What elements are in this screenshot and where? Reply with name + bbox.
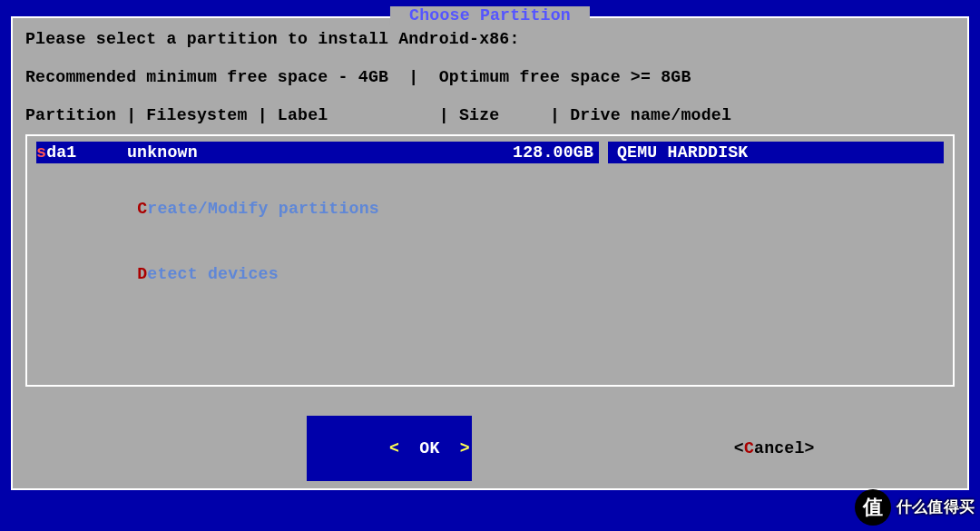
- partition-row-sda1[interactable]: sda1 unknown 128.00GB QEMU HARDDISK: [36, 142, 944, 163]
- partition-list: sda1 unknown 128.00GB QEMU HARDDISK Crea…: [25, 134, 955, 387]
- dialog-title: Choose Partition: [390, 6, 590, 25]
- button-bar: < OK > <Cancel>: [25, 416, 955, 481]
- column-headers: Partition | Filesystem | Label | Size | …: [25, 105, 955, 125]
- partition-size: 128.00GB: [504, 142, 599, 163]
- chevron-left-icon: <: [389, 439, 399, 457]
- cancel-button[interactable]: <Cancel>: [653, 416, 815, 481]
- ok-button[interactable]: < OK >: [307, 416, 472, 481]
- option-create-modify-partitions[interactable]: Create/Modify partitions: [36, 176, 944, 241]
- watermark-text-1: 什么值得买: [897, 499, 975, 516]
- partition-drive: QEMU HARDDISK: [608, 142, 944, 163]
- watermark-badge-icon: 值: [855, 489, 891, 526]
- choose-partition-dialog: Choose Partition Please select a partiti…: [11, 16, 969, 490]
- partition-filesystem: unknown: [127, 142, 504, 163]
- watermark: 值 什么值得买: [855, 489, 975, 526]
- prompt-text: Please select a partition to install And…: [25, 29, 955, 49]
- chevron-right-icon: >: [460, 439, 470, 457]
- space-hint-text: Recommended minimum free space - 4GB | O…: [25, 67, 955, 87]
- option-detect-devices[interactable]: Detect devices: [36, 241, 944, 307]
